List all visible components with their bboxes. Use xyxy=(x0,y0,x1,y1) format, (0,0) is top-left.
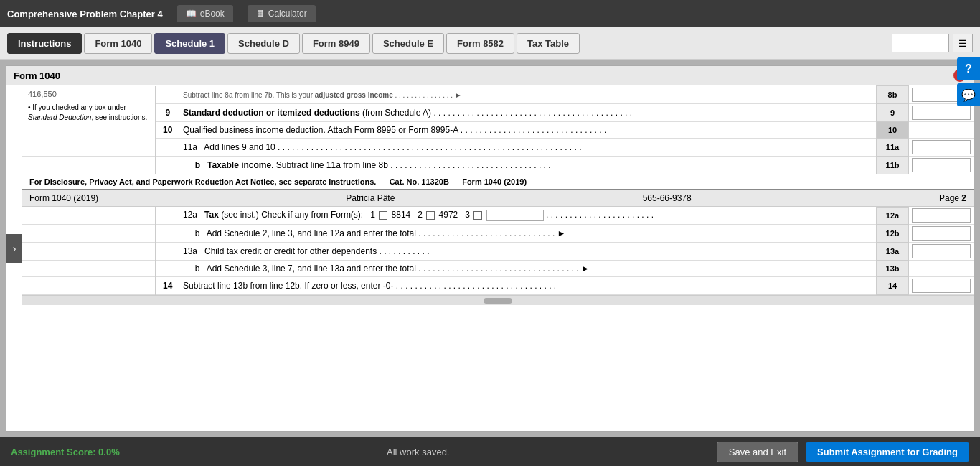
line-12b-left xyxy=(22,225,155,243)
expand-side-button[interactable]: › xyxy=(6,234,22,263)
line-10-num: 10 xyxy=(155,121,180,138)
line-14-left xyxy=(22,277,155,295)
checkbox-4972[interactable] xyxy=(426,211,435,220)
line-11a-input-cell xyxy=(909,138,974,156)
nav-right: ☰ xyxy=(892,34,973,52)
line-11b-left xyxy=(22,156,155,174)
line-14-input[interactable] xyxy=(912,279,971,293)
book-icon: 📖 xyxy=(186,9,197,19)
line-9-desc: Standard deduction or itemized deduction… xyxy=(180,103,877,121)
line-14-row: 14 Subtract line 13b from line 12b. If z… xyxy=(22,277,974,295)
app-title: Comprehensive Problem Chapter 4 xyxy=(7,9,163,19)
nav-search-input[interactable] xyxy=(892,34,949,52)
ebook-tab[interactable]: 📖 eBook xyxy=(177,5,233,22)
nav-bar: Instructions Form 1040 Schedule 1 Schedu… xyxy=(0,27,980,60)
tab-schedulee[interactable]: Schedule E xyxy=(372,33,444,54)
nav-menu-button[interactable]: ☰ xyxy=(953,34,973,52)
line-9-row: 9 Standard deduction or itemized deducti… xyxy=(22,103,974,121)
line-11b-row: b Taxable income. Subtract line 11a from… xyxy=(22,156,974,174)
submit-assignment-button[interactable]: Submit Assignment for Grading xyxy=(806,442,969,462)
line-14-input-cell xyxy=(909,277,974,295)
side-chat-btn[interactable]: 💬 xyxy=(957,83,980,106)
line-12a-label: 12a xyxy=(877,207,909,225)
line-11b-input[interactable] xyxy=(912,158,971,172)
tab-form8582[interactable]: Form 8582 xyxy=(446,33,514,54)
line-13b-left xyxy=(22,261,155,277)
main-content: › Form 1040 ✕ 416,550 • If you checked a… xyxy=(0,60,980,437)
left-notes: 416,550 • If you checked any box under S… xyxy=(22,86,155,157)
line-13a-input[interactable] xyxy=(912,244,971,258)
footer-notice-row: For Disclosure, Privacy Act, and Paperwo… xyxy=(22,174,974,189)
side-help-btn[interactable]: ? xyxy=(957,57,980,80)
line-11b-num xyxy=(155,156,180,174)
scroll-handle xyxy=(484,298,512,304)
line-9-input[interactable] xyxy=(912,106,971,120)
form-table: 416,550 • If you checked any box under S… xyxy=(22,85,974,189)
page2-page: Page 2 xyxy=(939,193,966,203)
calc-icon: 🖩 xyxy=(256,9,265,19)
line-11a-label: 11a xyxy=(877,138,909,156)
page2-ssn: 565-66-9378 xyxy=(643,193,692,203)
line-10-desc: Qualified business income deduction. Att… xyxy=(180,121,877,138)
tab-form1040[interactable]: Form 1040 xyxy=(84,33,152,54)
line-8b-desc: Subtract line 8a from line 7b. This is y… xyxy=(180,86,877,104)
line-12a-desc: 12a Tax (see inst.) Check if any from Fo… xyxy=(180,207,877,225)
line-8b-num xyxy=(155,86,180,104)
line-12a-other-input[interactable] xyxy=(486,210,544,221)
bottom-bar: Assignment Score: 0.0% All work saved. S… xyxy=(0,437,980,466)
checkbox-other[interactable] xyxy=(473,211,482,220)
line-13b-desc: b Add Schedule 3, line 7, and line 13a a… xyxy=(180,261,877,277)
line-8b-label: 8b xyxy=(877,86,909,104)
line-10-label: 10 xyxy=(877,121,909,138)
line-11a-num xyxy=(155,138,180,156)
page2-table: 12a Tax (see inst.) Check if any from Fo… xyxy=(22,207,974,296)
tab-instructions[interactable]: Instructions xyxy=(7,33,82,54)
line-11a-input[interactable] xyxy=(912,140,971,154)
page2-taxpayer-name: Patricia Pâté xyxy=(346,193,395,203)
line-12a-row: 12a Tax (see inst.) Check if any from Fo… xyxy=(22,207,974,225)
line-13a-row: 13a Child tax credit or credit for other… xyxy=(22,243,974,261)
side-buttons: ? 💬 xyxy=(957,57,980,106)
title-bar: Comprehensive Problem Chapter 4 📖 eBook … xyxy=(0,0,980,27)
tab-taxtable[interactable]: Tax Table xyxy=(517,33,580,54)
line-9-label: 9 xyxy=(877,103,909,121)
save-exit-button[interactable]: Save and Exit xyxy=(717,442,798,462)
line-8b-row: 416,550 • If you checked any box under S… xyxy=(22,86,974,104)
line-10-input-cell xyxy=(909,121,974,138)
line-12a-left xyxy=(22,207,155,225)
line-12a-input[interactable] xyxy=(912,208,971,223)
line-12b-num xyxy=(155,225,180,243)
line-13a-label: 13a xyxy=(877,243,909,261)
page2-header: Form 1040 (2019) Patricia Pâté 565-66-93… xyxy=(22,189,974,207)
line-12a-input-cell xyxy=(909,207,974,225)
line-12b-row: b Add Schedule 2, line 3, and line 12a a… xyxy=(22,225,974,243)
line-13a-num xyxy=(155,243,180,261)
checkbox-8814[interactable] xyxy=(379,211,387,220)
scroll-area[interactable] xyxy=(22,295,974,305)
tab-schedule1[interactable]: Schedule 1 xyxy=(154,33,225,54)
line-13b-row: b Add Schedule 3, line 7, and line 13a a… xyxy=(22,261,974,277)
line-13a-left xyxy=(22,243,155,261)
line-14-label: 14 xyxy=(877,277,909,295)
note-bullet: • If you checked any box under Standard … xyxy=(28,103,147,121)
form-header: Form 1040 ✕ xyxy=(6,66,974,85)
line-14-desc: Subtract line 13b from line 12b. If zero… xyxy=(180,277,877,295)
calculator-tab[interactable]: 🖩 Calculator xyxy=(248,5,316,22)
line-9-num: 9 xyxy=(155,103,180,121)
page2-form-year: Form 1040 (2019) xyxy=(29,193,98,203)
tab-scheduled[interactable]: Schedule D xyxy=(227,33,300,54)
line-11b-label: 11b xyxy=(877,156,909,174)
line-12b-input[interactable] xyxy=(912,226,971,241)
line-12b-label: 12b xyxy=(877,225,909,243)
form-content: 416,550 • If you checked any box under S… xyxy=(6,85,974,429)
line-12b-desc: b Add Schedule 2, line 3, and line 12a a… xyxy=(180,225,877,243)
assignment-score-value: 0.0% xyxy=(98,447,120,457)
line-13b-label: 13b xyxy=(877,261,909,277)
line-13a-input-cell xyxy=(909,243,974,261)
tab-form8949[interactable]: Form 8949 xyxy=(302,33,370,54)
line-13b-num xyxy=(155,261,180,277)
line-11b-input-cell xyxy=(909,156,974,174)
saved-message: All work saved. xyxy=(387,447,449,457)
form-container: › Form 1040 ✕ 416,550 • If you checked a… xyxy=(6,65,974,432)
assignment-score-label: Assignment Score: 0.0% xyxy=(11,447,120,457)
